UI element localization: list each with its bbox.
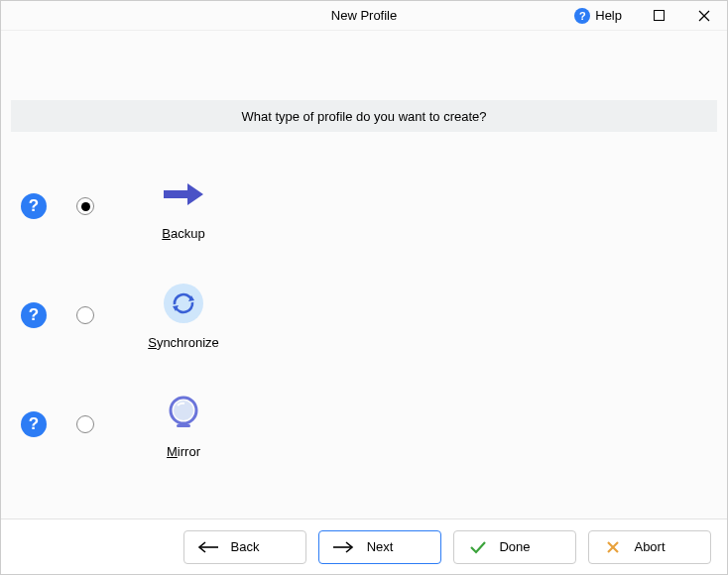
question-heading: What type of profile do you want to crea…	[11, 100, 717, 132]
radio-backup[interactable]	[76, 197, 94, 215]
options-group: ? Backup ?	[11, 152, 717, 479]
option-label-backup: Backup	[162, 226, 204, 241]
svg-marker-2	[164, 183, 203, 205]
abort-label: Abort	[634, 539, 665, 554]
option-help-mirror[interactable]: ?	[21, 411, 47, 437]
content-area: What type of profile do you want to crea…	[1, 31, 727, 518]
footer-bar: Back Next Done	[1, 518, 727, 574]
option-block-synchronize[interactable]: Synchronize	[144, 282, 223, 350]
radio-mirror[interactable]	[76, 415, 94, 433]
next-label: Next	[367, 539, 394, 554]
titlebar-right: ? Help	[560, 1, 727, 30]
done-button[interactable]: Done	[453, 530, 576, 564]
abort-button[interactable]: Abort	[588, 530, 711, 564]
option-row-synchronize: ? Synchronize	[21, 261, 717, 370]
titlebar: New Profile ? Help	[1, 1, 727, 31]
option-help-backup[interactable]: ?	[21, 193, 47, 219]
window-title: New Profile	[331, 8, 397, 23]
option-block-mirror[interactable]: Mirror	[144, 391, 223, 459]
radio-synchronize[interactable]	[76, 306, 94, 324]
option-row-backup: ? Backup	[21, 152, 717, 261]
svg-point-3	[164, 284, 203, 323]
x-icon	[601, 540, 625, 554]
option-row-mirror: ? Mirror	[21, 370, 717, 479]
help-button[interactable]: ? Help	[560, 1, 636, 30]
option-label-synchronize: Synchronize	[148, 335, 219, 350]
maximize-button[interactable]	[636, 1, 681, 30]
maximize-icon	[654, 10, 665, 21]
arrow-left-icon	[196, 540, 220, 554]
option-help-synchronize[interactable]: ?	[21, 302, 47, 328]
done-label: Done	[499, 539, 530, 554]
option-block-backup[interactable]: Backup	[144, 172, 223, 241]
sync-icon	[163, 282, 204, 325]
option-label-mirror: Mirror	[167, 444, 200, 459]
window-root: New Profile ? Help What type of profile …	[0, 0, 728, 575]
mirror-icon	[165, 391, 202, 434]
arrow-right-icon	[160, 172, 207, 216]
close-button[interactable]	[681, 1, 727, 30]
close-icon	[698, 10, 710, 22]
next-button[interactable]: Next	[318, 530, 441, 564]
check-icon	[466, 540, 490, 554]
arrow-right-icon-small	[331, 540, 355, 554]
back-label: Back	[231, 539, 260, 554]
help-icon: ?	[574, 8, 590, 24]
back-button[interactable]: Back	[183, 530, 306, 564]
help-label: Help	[595, 8, 622, 23]
